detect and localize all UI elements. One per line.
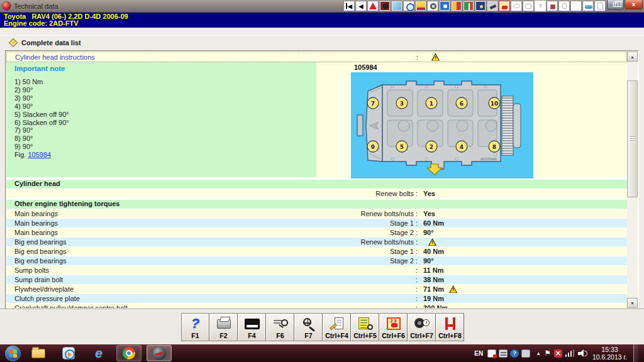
svg-text:1: 1 bbox=[430, 101, 433, 107]
table-row: Big end bearingsStage 2 :90° bbox=[6, 256, 627, 266]
tray-document-icon[interactable] bbox=[487, 349, 496, 358]
vehicle-header: Toyota RAV4 (06-) 2,2D D-4D 2006-09 Engi… bbox=[0, 13, 644, 28]
figure-link[interactable]: 105984 bbox=[28, 151, 51, 158]
scroll-up-button[interactable]: ▲ bbox=[627, 52, 638, 62]
important-note-panel: Important note 1) 50 Nm 2) 90° 3) 90° 4)… bbox=[6, 62, 316, 177]
fault-codes-icon[interactable]: ? bbox=[535, 1, 546, 11]
instructions-row[interactable]: Cylinder head instructions : ! bbox=[6, 52, 627, 62]
taskbar-explorer[interactable] bbox=[26, 345, 51, 361]
instructions-link[interactable]: Cylinder head instructions bbox=[7, 53, 240, 61]
autodata-app-icon bbox=[153, 347, 166, 360]
close-button[interactable]: × bbox=[625, 0, 643, 9]
window-controls: × bbox=[606, 0, 643, 9]
taskbar-internet-explorer[interactable]: e bbox=[86, 345, 111, 361]
taskbar-media-player[interactable] bbox=[56, 345, 81, 361]
notes-button[interactable]: Ctrl+F4 bbox=[323, 313, 351, 341]
table-row: Main bearingsStage 1 :60 Nm bbox=[6, 219, 627, 228]
table-row: Main bearingsRenew bolts/nuts :Yes bbox=[6, 209, 627, 219]
svg-text:5: 5 bbox=[400, 144, 404, 150]
table-row: Big end bearingsStage 1 :40 Nm bbox=[6, 247, 627, 256]
bolt-5: 5 bbox=[396, 141, 408, 152]
bulb-icon[interactable] bbox=[558, 1, 570, 11]
brake-disc-icon[interactable] bbox=[379, 1, 391, 11]
help-icon: ? bbox=[191, 315, 199, 332]
lift-icon bbox=[444, 317, 457, 330]
data-list-button[interactable]: Ctrl+F5 bbox=[351, 313, 379, 341]
firing-order-button[interactable]: 2 3 Ctrl+F6 bbox=[379, 313, 408, 341]
bolt-10: 10 bbox=[489, 97, 500, 109]
engine-code: Engine code: 2AD-FTV bbox=[4, 20, 640, 27]
chrome-icon bbox=[123, 347, 135, 359]
tray-help-icon[interactable]: ? bbox=[510, 349, 519, 358]
note-step: 4) 90° bbox=[14, 102, 316, 111]
note-step: 1) 50 Nm bbox=[14, 78, 316, 86]
data-list-icon bbox=[358, 317, 373, 330]
door-icon[interactable] bbox=[463, 1, 474, 11]
figure-id-label: 105984 bbox=[354, 63, 377, 71]
lift-button[interactable]: Ctrl+F8 bbox=[436, 313, 464, 341]
seat-icon[interactable] bbox=[451, 1, 462, 11]
show-desktop-button[interactable] bbox=[633, 344, 639, 362]
warning-icon: ! bbox=[449, 285, 457, 293]
restore-button[interactable] bbox=[607, 0, 624, 9]
bolt-8: 8 bbox=[489, 141, 500, 152]
airbag-icon[interactable] bbox=[439, 1, 450, 11]
bolt-1: 1 bbox=[426, 97, 437, 109]
note-step: 2) 90° bbox=[14, 86, 316, 94]
cylinder-head-diagram: 7 3 1 6 10 9 5 2 4 8 AD10598 bbox=[351, 72, 533, 178]
table-row: Big end bearingsRenew bolts/nuts : ! bbox=[6, 238, 627, 247]
diagnostics-icon[interactable] bbox=[487, 1, 498, 11]
table-row: Sump bolts:11 Nm bbox=[6, 266, 627, 275]
zoom-button[interactable]: F7 bbox=[294, 313, 323, 341]
media-player-icon bbox=[62, 347, 75, 359]
tray-keyboard-icon[interactable] bbox=[499, 349, 508, 358]
back-button[interactable]: ◀ bbox=[355, 1, 367, 11]
scroll-down-button[interactable]: ▼ bbox=[627, 298, 638, 308]
tray-expand-icon[interactable]: ▲ bbox=[536, 351, 541, 356]
engine-icon[interactable] bbox=[523, 1, 534, 11]
security-icon[interactable] bbox=[475, 1, 486, 11]
action-center-alert-icon[interactable] bbox=[554, 349, 562, 358]
screen-view-button[interactable]: F4 bbox=[238, 313, 266, 341]
volume-icon[interactable] bbox=[578, 349, 587, 358]
firing-order-icon[interactable]: 2 3 bbox=[499, 1, 510, 11]
network-icon[interactable] bbox=[565, 349, 574, 357]
row-colon: : bbox=[240, 53, 418, 61]
hazard-warning-icon[interactable] bbox=[367, 1, 379, 11]
first-page-button[interactable]: ◀ bbox=[343, 1, 355, 11]
printer-icon bbox=[217, 319, 231, 329]
bolt-6: 6 bbox=[456, 97, 467, 109]
bolt-7: 7 bbox=[367, 97, 379, 109]
system-tray: EN ? ▲ ⚑ 15:33 10.6.2013 г. bbox=[474, 344, 639, 362]
svg-text:8: 8 bbox=[492, 144, 496, 150]
taskbar-clock[interactable]: 15:33 10.6.2013 г. bbox=[592, 346, 627, 361]
help-button[interactable]: ? F1 bbox=[181, 313, 209, 341]
clock-date: 10.6.2013 г. bbox=[592, 353, 627, 361]
wheel-time-button[interactable]: Ctrl+F7 bbox=[408, 313, 436, 341]
warning-outline-icon[interactable] bbox=[570, 1, 582, 11]
service-icon[interactable] bbox=[391, 1, 402, 11]
vertical-scrollbar[interactable]: ▲ ▼ bbox=[627, 52, 638, 308]
window-title: Technical data bbox=[14, 3, 58, 10]
start-button[interactable] bbox=[5, 346, 21, 361]
battery-icon[interactable] bbox=[594, 1, 606, 11]
text-search-icon bbox=[273, 318, 288, 329]
tray-printer-icon[interactable] bbox=[521, 349, 530, 358]
table-section-header: Other engine tightening torques bbox=[6, 199, 627, 209]
taskbar-autodata[interactable] bbox=[147, 345, 172, 361]
clock-time: 15:33 bbox=[592, 346, 627, 353]
gasket-icon[interactable] bbox=[511, 1, 522, 11]
warning-icon: ! bbox=[431, 53, 440, 61]
text-search-button[interactable]: F6 bbox=[266, 313, 294, 341]
note-step: 5) Slacken off 90° bbox=[14, 111, 316, 119]
taskbar-chrome[interactable] bbox=[116, 345, 142, 361]
jack-icon[interactable] bbox=[415, 1, 426, 11]
language-indicator[interactable]: EN bbox=[474, 350, 483, 357]
timing-gauge-icon[interactable] bbox=[403, 1, 414, 11]
scrollbar-thumb[interactable] bbox=[627, 80, 638, 197]
engine-management-icon[interactable] bbox=[547, 1, 558, 11]
action-center-flag-icon[interactable]: ⚑ bbox=[544, 349, 551, 357]
bodywork-icon[interactable] bbox=[582, 1, 594, 11]
print-button[interactable]: F2 bbox=[209, 313, 238, 341]
wheel-icon[interactable] bbox=[427, 1, 438, 11]
